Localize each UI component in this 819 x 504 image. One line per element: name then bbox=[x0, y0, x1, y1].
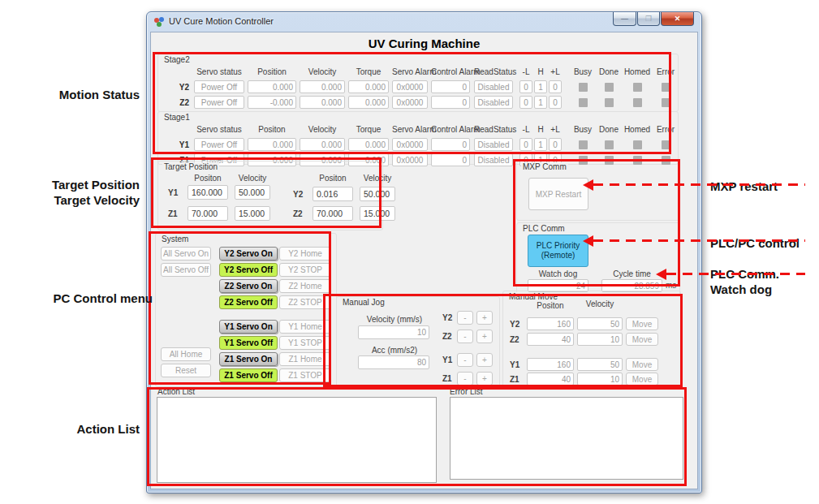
mxp-restart-button[interactable]: MXP Restart bbox=[528, 178, 588, 210]
servo-alarm-field: 0x0000 bbox=[392, 96, 428, 109]
all-home-button[interactable]: All Home bbox=[161, 347, 211, 361]
maximize-button[interactable]: ❐ bbox=[637, 12, 660, 26]
velocity-field: 0.000 bbox=[300, 96, 345, 109]
jog-z2-minus-button[interactable]: - bbox=[457, 330, 473, 343]
z2-home-button[interactable]: Z2 Home bbox=[279, 279, 331, 293]
system-group: System All Servo On All Servo Off All Ho… bbox=[155, 233, 337, 387]
col-error: Error bbox=[653, 125, 679, 134]
axis-label: Y1 bbox=[510, 360, 519, 369]
y1-servo-on-button[interactable]: Y1 Servo On bbox=[219, 320, 278, 334]
watchdog-label: Watch dog bbox=[528, 269, 588, 278]
jog-z1-minus-button[interactable]: - bbox=[457, 372, 473, 386]
jog-acc-input[interactable]: 80 bbox=[358, 355, 429, 369]
move-y1-button[interactable]: Move bbox=[626, 358, 658, 371]
col-servo-status: Servo status bbox=[194, 125, 244, 134]
move-velocity-input[interactable]: 10 bbox=[577, 333, 623, 346]
limit-plus-field: 0 bbox=[549, 138, 562, 151]
minimize-button[interactable]: — bbox=[613, 12, 636, 26]
move-position-input[interactable]: 160 bbox=[527, 358, 574, 371]
y2-stop-button[interactable]: Y2 STOP bbox=[279, 263, 331, 277]
all-servo-on-button[interactable]: All Servo On bbox=[161, 247, 211, 261]
col-error: Error bbox=[653, 67, 679, 76]
col-limit-plus: +L bbox=[549, 67, 562, 76]
y1-stop-button[interactable]: Y1 STOP bbox=[279, 336, 331, 350]
target-velocity-input[interactable]: 15.000 bbox=[235, 206, 270, 221]
home-field: 1 bbox=[534, 138, 547, 151]
col-done: Done bbox=[596, 125, 622, 134]
target-vel-header-2: Velocity bbox=[360, 174, 395, 183]
target-velocity-input[interactable]: 15.000 bbox=[360, 206, 395, 221]
jog-z2-plus-button[interactable]: + bbox=[476, 330, 493, 343]
target-velocity-input[interactable]: 50.000 bbox=[360, 187, 395, 201]
jog-z1-plus-button[interactable]: + bbox=[476, 372, 493, 386]
cycle-time-label: Cycle time bbox=[601, 269, 662, 278]
move-velocity-input[interactable]: 50 bbox=[577, 358, 623, 371]
target-velocity-input[interactable]: 50.000 bbox=[235, 185, 270, 200]
all-servo-off-button[interactable]: All Servo Off bbox=[161, 263, 211, 277]
reset-button[interactable]: Reset bbox=[161, 364, 211, 377]
limit-minus-field: 0 bbox=[519, 96, 532, 109]
z1-servo-off-button[interactable]: Z1 Servo Off bbox=[219, 368, 278, 382]
z1-stop-button[interactable]: Z1 STOP bbox=[279, 368, 331, 382]
error-indicator bbox=[653, 83, 679, 92]
error-list-box[interactable] bbox=[450, 397, 683, 480]
move-z1-button[interactable]: Move bbox=[626, 373, 658, 386]
col-homed: Homed bbox=[622, 125, 653, 134]
home-field: 1 bbox=[534, 80, 547, 93]
target-position-input[interactable]: 70.000 bbox=[313, 206, 353, 221]
y2-servo-on-button[interactable]: Y2 Servo On bbox=[219, 247, 278, 261]
servo-alarm-field: 0x0000 bbox=[392, 153, 428, 166]
stage1-row-y1: Y1 Power Off 0.000 0.000 0.000 0x0000 0 … bbox=[165, 138, 678, 151]
jog-y1-minus-button[interactable]: - bbox=[457, 353, 473, 367]
annotation-motion-status: Motion Status bbox=[0, 87, 140, 102]
control-alarm-field: 0 bbox=[431, 80, 470, 93]
target-position-input[interactable]: 70.000 bbox=[188, 206, 228, 221]
position-field: 0.000 bbox=[248, 138, 296, 151]
arrow-plc-pc-control bbox=[593, 239, 805, 242]
z2-stop-button[interactable]: Z2 STOP bbox=[279, 295, 331, 309]
servo-alarm-field: 0x0000 bbox=[392, 138, 428, 151]
move-position-input[interactable]: 40 bbox=[527, 333, 574, 346]
z2-servo-off-button[interactable]: Z2 Servo Off bbox=[219, 295, 278, 309]
limit-plus-field: 0 bbox=[549, 80, 562, 93]
y1-servo-off-button[interactable]: Y1 Servo Off bbox=[219, 336, 278, 350]
target-position-input[interactable]: 0.016 bbox=[313, 187, 353, 201]
z1-home-button[interactable]: Z1 Home bbox=[279, 352, 331, 366]
jog-y1-plus-button[interactable]: + bbox=[476, 353, 493, 367]
axis-label: Z1 bbox=[168, 209, 178, 218]
col-torque: Torque bbox=[348, 125, 389, 134]
axis-label: Y2 bbox=[293, 190, 303, 199]
z1-servo-on-button[interactable]: Z1 Servo On bbox=[219, 352, 278, 366]
move-velocity-input[interactable]: 10 bbox=[577, 373, 623, 386]
control-alarm-field: 0 bbox=[431, 153, 470, 166]
limit-minus-field: 0 bbox=[519, 80, 532, 93]
z2-servo-on-button[interactable]: Z2 Servo On bbox=[219, 279, 278, 293]
target-position-label: Target Position bbox=[162, 162, 219, 171]
annotation-action-list: Action List bbox=[0, 421, 140, 437]
error-list-label: Error List bbox=[450, 387, 483, 396]
read-status-field: Disabled bbox=[474, 153, 513, 166]
plc-priority-button[interactable]: PLC Priority (Remote) bbox=[528, 235, 588, 267]
axis-label: Z2 bbox=[165, 98, 191, 107]
servo-status-field: Power Off bbox=[194, 80, 244, 93]
close-button[interactable]: ✕ bbox=[661, 12, 694, 26]
jog-y2-minus-button[interactable]: - bbox=[457, 311, 473, 325]
servo-alarm-field: 0x0000 bbox=[392, 80, 428, 93]
annotation-target-position-line1: Target Position bbox=[0, 177, 140, 192]
plc-priority-line2: (Remote) bbox=[541, 251, 575, 261]
move-pos-header: Positon bbox=[527, 301, 574, 310]
busy-indicator bbox=[570, 140, 596, 149]
y2-servo-off-button[interactable]: Y2 Servo Off bbox=[219, 263, 278, 277]
move-velocity-input[interactable]: 50 bbox=[577, 317, 623, 330]
move-position-input[interactable]: 40 bbox=[527, 373, 574, 386]
move-z2-button[interactable]: Move bbox=[626, 333, 658, 346]
target-position-input[interactable]: 160.000 bbox=[188, 185, 228, 200]
move-y2-button[interactable]: Move bbox=[626, 317, 658, 330]
move-position-input[interactable]: 160 bbox=[527, 317, 574, 330]
action-list-box[interactable] bbox=[157, 397, 437, 483]
jog-y2-plus-button[interactable]: + bbox=[476, 311, 493, 325]
y1-home-button[interactable]: Y1 Home bbox=[279, 320, 331, 334]
y2-home-button[interactable]: Y2 Home bbox=[279, 247, 331, 261]
axis-label: Y2 bbox=[165, 83, 191, 92]
jog-velocity-input[interactable]: 10 bbox=[358, 325, 429, 339]
